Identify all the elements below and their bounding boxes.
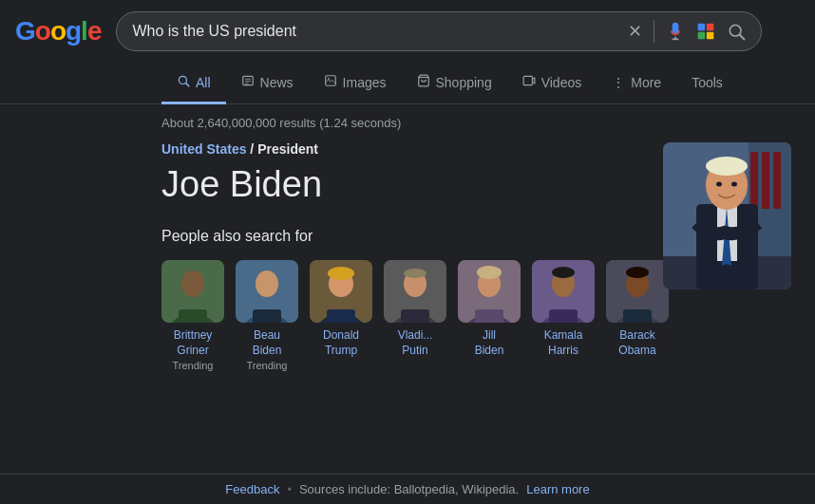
person-card-kamala[interactable]: Kamala Harris bbox=[532, 260, 595, 371]
svg-point-43 bbox=[404, 269, 426, 278]
images-icon bbox=[324, 74, 337, 90]
google-logo[interactable]: Google bbox=[15, 16, 101, 47]
tab-shopping-label: Shopping bbox=[436, 75, 492, 90]
person-card-trump[interactable]: Donald Trump bbox=[310, 260, 372, 371]
breadcrumb-category: President bbox=[257, 141, 318, 157]
person-name-obama: Barack Obama bbox=[618, 328, 655, 358]
all-icon bbox=[177, 74, 190, 90]
tab-news[interactable]: News bbox=[226, 63, 309, 104]
svg-rect-5 bbox=[707, 32, 714, 40]
search-input[interactable] bbox=[132, 23, 620, 40]
people-section-title: People also search for bbox=[161, 228, 654, 245]
tab-shopping[interactable]: Shopping bbox=[402, 63, 507, 104]
kamala-avatar-svg bbox=[532, 260, 595, 323]
biden-image bbox=[663, 142, 791, 289]
person-card-obama[interactable]: Barack Obama bbox=[606, 260, 669, 371]
person-name-beau: Beau Biden bbox=[253, 328, 282, 358]
svg-point-32 bbox=[181, 271, 204, 297]
search-bar[interactable]: ✕ bbox=[116, 11, 762, 51]
breadcrumb-separator: / bbox=[250, 141, 257, 157]
feedback-link[interactable]: Feedback bbox=[225, 482, 279, 496]
footer-dot: • bbox=[287, 482, 292, 496]
clear-icon[interactable]: ✕ bbox=[628, 21, 642, 42]
svg-rect-22 bbox=[773, 152, 781, 209]
avatar-beau bbox=[236, 260, 298, 323]
person-card-beau[interactable]: Beau Biden Trending bbox=[236, 260, 298, 371]
person-name-trump: Donald Trump bbox=[323, 328, 359, 358]
griner-avatar-svg bbox=[161, 260, 224, 323]
svg-rect-21 bbox=[762, 152, 769, 209]
header: Google ✕ bbox=[0, 0, 815, 63]
footer: Feedback • Sources include: Ballotpedia,… bbox=[0, 474, 815, 504]
svg-line-7 bbox=[740, 35, 745, 40]
tab-images-label: Images bbox=[343, 75, 387, 90]
tab-tools[interactable]: Tools bbox=[676, 64, 738, 104]
person-card-putin[interactable]: Vladi... Putin bbox=[384, 260, 446, 371]
videos-icon bbox=[522, 74, 536, 90]
results-count: About 2,640,000,000 results (1.24 second… bbox=[161, 116, 654, 130]
tab-all-label: All bbox=[196, 75, 211, 90]
svg-rect-48 bbox=[475, 309, 503, 323]
lens-svg bbox=[696, 22, 715, 41]
sources-text: Sources include: Ballotpedia, Wikipedia. bbox=[299, 482, 519, 496]
svg-rect-33 bbox=[179, 309, 207, 323]
tab-videos-label: Videos bbox=[541, 75, 582, 90]
avatar-griner bbox=[161, 260, 224, 323]
divider bbox=[654, 20, 654, 43]
knowledge-panel bbox=[663, 142, 796, 289]
search-icons: ✕ bbox=[628, 20, 746, 43]
news-icon bbox=[241, 74, 255, 90]
search-submit-icon[interactable] bbox=[727, 22, 746, 41]
person-name-jill: Jill Biden bbox=[475, 328, 504, 358]
breadcrumb-country[interactable]: United States bbox=[161, 141, 246, 157]
people-also-search: People also search for Brittney Griner T… bbox=[161, 228, 654, 371]
tab-tools-label: Tools bbox=[692, 75, 723, 90]
tab-more-label: More bbox=[631, 75, 661, 90]
nav-tabs: All News Images bbox=[0, 63, 815, 104]
svg-rect-2 bbox=[698, 24, 706, 31]
voice-search-icon[interactable] bbox=[666, 22, 685, 41]
trump-avatar-svg bbox=[310, 260, 372, 323]
svg-point-30 bbox=[731, 182, 737, 187]
person-badge-beau: Trending bbox=[246, 360, 287, 371]
person-name-putin: Vladi... Putin bbox=[398, 328, 433, 358]
breadcrumb: United States / President bbox=[161, 141, 654, 157]
jill-avatar-svg bbox=[458, 260, 521, 323]
svg-rect-20 bbox=[750, 152, 758, 209]
svg-rect-44 bbox=[401, 309, 429, 323]
more-dots-icon: ⋮ bbox=[612, 75, 625, 90]
avatar-putin bbox=[384, 260, 446, 323]
mic-svg bbox=[666, 22, 685, 41]
svg-line-9 bbox=[186, 84, 189, 86]
person-card-griner[interactable]: Brittney Griner Trending bbox=[161, 260, 224, 371]
avatar-obama bbox=[606, 260, 669, 323]
svg-point-55 bbox=[626, 267, 649, 278]
avatar-jill bbox=[458, 260, 521, 323]
tab-videos[interactable]: Videos bbox=[507, 63, 597, 104]
putin-avatar-svg bbox=[384, 260, 446, 323]
tab-more[interactable]: ⋮ More bbox=[597, 64, 676, 104]
shopping-icon bbox=[417, 74, 430, 90]
svg-rect-17 bbox=[523, 76, 532, 84]
svg-point-51 bbox=[552, 267, 575, 278]
tab-all[interactable]: All bbox=[161, 63, 226, 104]
svg-rect-4 bbox=[698, 32, 706, 40]
people-grid: Brittney Griner Trending Beau bbox=[161, 260, 654, 371]
svg-point-39 bbox=[328, 267, 354, 280]
image-search-icon[interactable] bbox=[696, 22, 715, 41]
svg-point-29 bbox=[716, 182, 722, 187]
tab-images[interactable]: Images bbox=[309, 63, 402, 104]
svg-rect-52 bbox=[549, 309, 578, 323]
person-badge-griner: Trending bbox=[172, 360, 213, 371]
learn-more-link[interactable]: Learn more bbox=[526, 482, 589, 496]
svg-rect-36 bbox=[253, 309, 281, 323]
obama-avatar-svg bbox=[606, 260, 669, 323]
svg-rect-56 bbox=[623, 309, 652, 323]
search-svg bbox=[727, 22, 746, 41]
result-main-title: Joe Biden bbox=[161, 164, 654, 205]
person-card-jill[interactable]: Jill Biden bbox=[458, 260, 521, 371]
beau-avatar-svg bbox=[236, 260, 298, 323]
tab-news-label: News bbox=[260, 75, 294, 90]
svg-rect-40 bbox=[327, 309, 355, 323]
svg-point-47 bbox=[477, 266, 502, 279]
